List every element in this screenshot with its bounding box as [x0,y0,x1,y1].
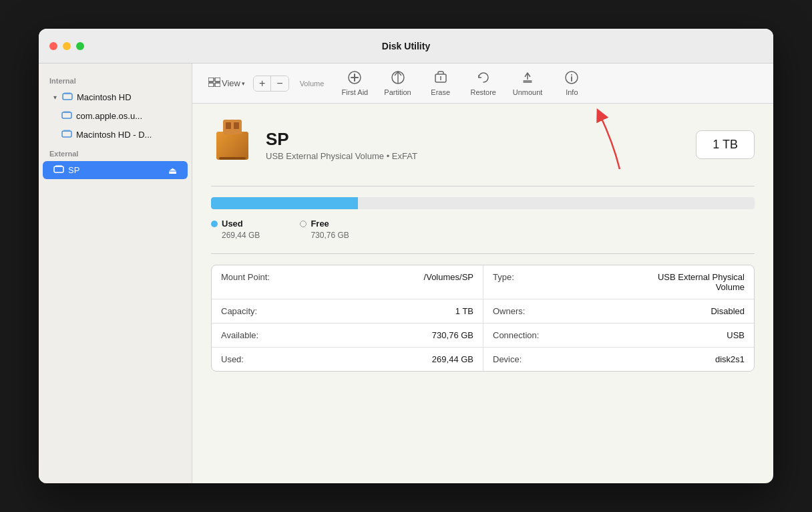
device-description: USB External Physical Volume • ExFAT [266,151,417,161]
device-header: SP USB External Physical Volume • ExFAT … [211,120,755,170]
free-value: 730,76 GB [311,231,349,240]
device-value: disk2s1 [618,348,754,371]
divider-1 [211,186,755,186]
free-label-row: Free [300,219,349,229]
connection-value: USB [618,324,754,347]
erase-label: Erase [431,88,450,96]
maximize-button[interactable] [76,42,84,50]
capacity-value: 1 TB [347,299,483,323]
svg-rect-4 [62,131,71,137]
used-dot [211,221,218,227]
mount-point-label: Mount Point: [212,265,347,299]
info-icon [564,70,579,87]
device-name: SP [266,129,417,150]
volume-icon-2 [61,129,72,140]
capacity-bar [211,197,755,209]
first-aid-label: First Aid [341,88,368,96]
device-info: SP USB External Physical Volume • ExFAT [266,129,417,161]
used-legend: Used 269,44 GB [211,219,260,240]
view-chevron-icon: ▾ [242,80,245,87]
remove-volume-button[interactable]: − [271,76,288,91]
restore-icon [476,70,491,87]
sidebar-item-macintosh-hd[interactable]: ▾ Macintosh HD [43,88,188,106]
info-button[interactable]: Info [552,68,592,99]
sp-label: SP [68,165,79,175]
svg-rect-5 [63,130,70,132]
main-layout: Internal ▾ Macintosh HD [39,63,773,483]
volume-buttons: + − [253,76,289,92]
close-button[interactable] [49,42,57,50]
free-legend: Free 730,76 GB [300,219,349,240]
restore-button[interactable]: Restore [463,68,503,99]
sidebar-item-com-apple[interactable]: com.apple.os.u... [51,107,188,125]
device-drive-icon [211,120,254,170]
erase-button[interactable]: Erase [421,68,461,99]
first-aid-icon [347,70,362,87]
owners-label: Owners: [483,299,618,323]
available-label: Available: [212,324,347,347]
partition-icon [391,70,405,87]
svg-rect-7 [55,165,62,167]
device-label: Device: [483,348,618,371]
eject-icon[interactable]: ⏏ [168,165,177,176]
table-row: Used: 269,44 GB Device: disk2s1 [212,348,754,371]
svg-rect-9 [215,78,220,82]
svg-rect-8 [208,78,214,82]
macintosh-hd-label: Macintosh HD [77,92,132,102]
connection-label: Connection: [483,324,618,347]
used-info-value: 269,44 GB [347,348,483,371]
app-title: Disk Utility [382,41,430,51]
mount-point-value: /Volumes/SP [347,265,483,299]
svg-rect-3 [63,111,70,113]
svg-rect-22 [226,122,231,129]
svg-rect-23 [234,122,239,129]
drive-icon [62,92,73,103]
used-value: 269,44 GB [222,231,260,240]
owners-value: Disabled [618,299,754,323]
capacity-label: Capacity: [212,299,347,323]
sidebar-item-sp[interactable]: SP ⏏ [43,161,188,179]
info-table: Mount Point: /Volumes/SP Type: USB Exter… [211,265,755,372]
first-aid-button[interactable]: First Aid [335,68,375,99]
capacity-legend: Used 269,44 GB Free 730,76 GB [211,219,755,240]
table-row: Mount Point: /Volumes/SP Type: USB Exter… [212,265,754,299]
toolbar: View ▾ + − Volume First Aid [192,63,773,104]
info-label: Info [566,88,578,96]
partition-label: Partition [384,88,411,96]
type-value: USB External Physical Volume [618,265,754,299]
used-info-label: Used: [212,348,347,371]
svg-rect-11 [215,83,220,87]
available-value: 730,76 GB [347,324,483,347]
view-button[interactable]: View ▾ [203,75,250,92]
volume-label: Volume [300,80,325,88]
minimize-button[interactable] [63,42,71,50]
svg-point-17 [571,74,572,76]
partition-button[interactable]: Partition [377,68,417,99]
view-icon [208,78,220,89]
svg-rect-1 [64,92,71,94]
unmount-label: Unmount [513,88,543,96]
app-window: Disk Utility Internal ▾ Macintosh HD [39,29,773,483]
view-label: View [222,78,240,88]
type-label: Type: [483,265,618,299]
unmount-button[interactable]: Unmount [506,68,550,99]
capacity-bar-fill [211,197,358,209]
svg-rect-19 [216,132,248,160]
unmount-icon [520,70,535,87]
internal-section-label: Internal [39,72,192,88]
traffic-lights [49,42,84,50]
svg-rect-6 [54,166,63,172]
sidebar-item-macintosh-hd-d[interactable]: Macintosh HD - D... [51,126,188,144]
svg-rect-0 [63,94,72,100]
add-volume-button[interactable]: + [254,76,271,91]
restore-label: Restore [470,88,496,96]
divider-2 [211,253,755,254]
used-label: Used [222,219,243,229]
macintosh-hd-d-label: Macintosh HD - D... [76,130,152,140]
svg-rect-2 [62,112,71,118]
used-label-row: Used [211,219,260,229]
erase-icon [433,70,448,87]
com-apple-label: com.apple.os.u... [76,111,142,121]
svg-rect-10 [208,83,214,87]
external-section-label: External [39,144,192,160]
